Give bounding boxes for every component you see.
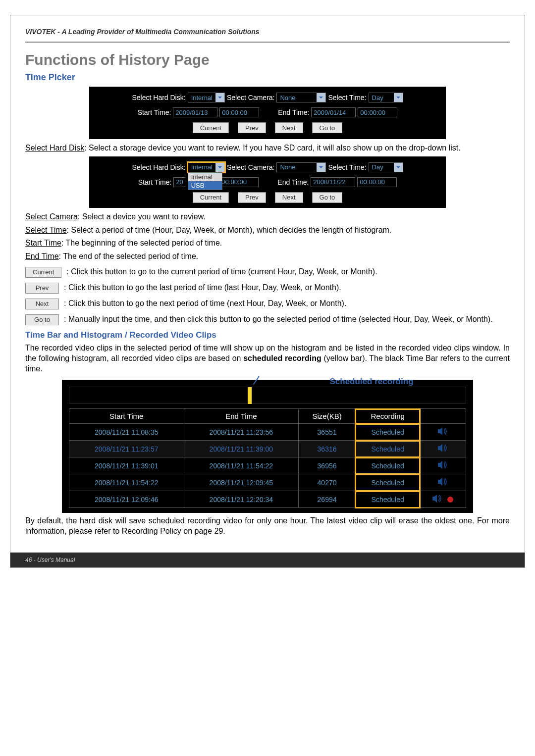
start-date-input[interactable] bbox=[173, 107, 217, 117]
prev-button-ref: Prev bbox=[25, 283, 59, 294]
hd-dropdown[interactable]: Internal bbox=[188, 93, 225, 102]
start-description: Start Time: The beginning of the selecte… bbox=[25, 238, 510, 249]
recorded-clips-table: Start Time End Time Size(KB) Recording 2… bbox=[69, 408, 466, 508]
cell-start: 2008/11/21 11:08:35 bbox=[69, 424, 184, 441]
hd-label: Select Hard Disk: bbox=[132, 94, 185, 101]
next-button-ref: Next bbox=[25, 299, 59, 309]
cell-recording: Scheduled bbox=[355, 424, 420, 441]
record-icon[interactable] bbox=[446, 496, 454, 504]
cell-actions bbox=[420, 491, 466, 508]
cell-size: 36316 bbox=[299, 441, 356, 457]
cam-dropdown[interactable]: None bbox=[276, 162, 326, 172]
page-title: Functions of History Page bbox=[25, 51, 510, 68]
cell-size: 40270 bbox=[299, 474, 356, 491]
start-time-input[interactable] bbox=[219, 177, 259, 187]
end-date-input[interactable] bbox=[311, 177, 355, 187]
hd-dropdown-list[interactable]: Internal USB bbox=[188, 172, 222, 190]
next-description: : Click this button to go the next perio… bbox=[64, 299, 346, 309]
cell-start: 2008/11/21 12:09:46 bbox=[69, 491, 184, 508]
current-button-ref: Current bbox=[25, 267, 61, 278]
end-time-label: End Time: bbox=[277, 178, 309, 186]
cell-recording: Scheduled bbox=[355, 457, 420, 474]
goto-button-ref: Go to bbox=[25, 314, 59, 325]
time-description: Select Time: Select a period of time (Ho… bbox=[25, 225, 510, 236]
table-row[interactable]: 2008/11/21 12:09:462008/11/21 12:20:3426… bbox=[69, 491, 466, 508]
end-description: End Time: The end of the selected period… bbox=[25, 252, 510, 262]
page-header: VIVOTEK - A Leading Provider of Multimed… bbox=[10, 15, 525, 39]
cell-actions bbox=[420, 457, 466, 474]
current-description: : Click this button to go to the current… bbox=[66, 267, 377, 277]
cell-size: 36551 bbox=[299, 424, 356, 441]
cell-recording: Scheduled bbox=[355, 491, 420, 508]
current-button[interactable]: Current bbox=[193, 192, 229, 203]
hd-label: Select Hard Disk: bbox=[132, 163, 185, 171]
cam-description: Select Camera: Select a device you want … bbox=[25, 212, 510, 222]
col-end-time: End Time bbox=[184, 409, 299, 424]
cell-actions bbox=[420, 441, 466, 457]
histogram-container: Start Time End Time Size(KB) Recording 2… bbox=[62, 380, 473, 513]
cell-actions bbox=[420, 424, 466, 441]
chevron-down-icon bbox=[394, 163, 403, 172]
time-dropdown[interactable]: Day bbox=[369, 162, 403, 172]
col-recording: Recording bbox=[355, 409, 420, 424]
histogram-intro: The recorded video clips in the selected… bbox=[25, 343, 510, 374]
cell-end: 2008/11/21 12:09:45 bbox=[184, 474, 299, 491]
cell-end: 2008/11/21 12:20:34 bbox=[184, 491, 299, 508]
hd-option-usb[interactable]: USB bbox=[188, 181, 222, 190]
end-date-input[interactable] bbox=[311, 107, 356, 117]
section-histogram: Time Bar and Histogram / Recorded Video … bbox=[25, 330, 510, 340]
time-dropdown[interactable]: Day bbox=[369, 93, 403, 102]
end-time-label: End Time: bbox=[278, 108, 309, 116]
hd-option-internal[interactable]: Internal bbox=[188, 173, 222, 181]
speaker-icon[interactable] bbox=[437, 444, 449, 454]
prev-description: : Click this button to go the last perio… bbox=[64, 283, 341, 293]
cell-size: 26994 bbox=[299, 491, 356, 508]
time-label: Select Time: bbox=[328, 163, 366, 171]
cell-end: 2008/11/21 11:54:22 bbox=[184, 457, 299, 474]
chevron-down-icon bbox=[317, 163, 325, 172]
cell-start: 2008/11/21 11:54:22 bbox=[69, 474, 184, 491]
end-time-input[interactable] bbox=[358, 107, 397, 117]
hd-dropdown-open[interactable]: Internal Internal USB bbox=[188, 162, 225, 172]
current-button[interactable]: Current bbox=[193, 122, 229, 133]
table-row[interactable]: 2008/11/21 11:54:222008/11/21 12:09:4540… bbox=[69, 474, 466, 491]
cell-recording: Scheduled bbox=[355, 474, 420, 491]
table-row[interactable]: 2008/11/21 11:23:572008/11/21 11:39:0036… bbox=[69, 441, 466, 457]
cam-label: Select Camera: bbox=[227, 94, 274, 101]
goto-button[interactable]: Go to bbox=[312, 192, 343, 203]
chevron-down-icon bbox=[215, 163, 224, 172]
goto-button[interactable]: Go to bbox=[312, 122, 343, 133]
speaker-icon[interactable] bbox=[437, 460, 449, 471]
speaker-icon[interactable] bbox=[437, 477, 449, 488]
cam-dropdown[interactable]: None bbox=[276, 93, 326, 102]
next-button[interactable]: Next bbox=[275, 122, 303, 133]
end-time-input[interactable] bbox=[357, 177, 397, 187]
cell-recording: Scheduled bbox=[355, 441, 420, 457]
col-size: Size(KB) bbox=[299, 409, 356, 424]
prev-button[interactable]: Prev bbox=[238, 122, 266, 133]
chevron-down-icon bbox=[215, 93, 224, 102]
speaker-icon[interactable] bbox=[437, 427, 449, 437]
prev-button[interactable]: Prev bbox=[238, 192, 266, 203]
page-footer: 46 - User's Manual bbox=[10, 553, 525, 567]
cell-actions bbox=[420, 474, 466, 491]
next-button[interactable]: Next bbox=[275, 192, 303, 203]
chevron-down-icon bbox=[394, 93, 403, 102]
histogram-marker bbox=[248, 387, 252, 404]
col-actions bbox=[420, 409, 466, 424]
cell-start: 2008/11/21 11:39:01 bbox=[69, 457, 184, 474]
time-picker-panel: Select Hard Disk: Internal Select Camera… bbox=[89, 87, 446, 139]
speaker-icon[interactable] bbox=[431, 494, 443, 504]
start-time-label: Start Time: bbox=[138, 178, 172, 186]
time-label: Select Time: bbox=[328, 94, 366, 101]
table-row[interactable]: 2008/11/21 11:39:012008/11/21 11:54:2236… bbox=[69, 457, 466, 474]
start-time-input[interactable] bbox=[219, 107, 259, 117]
histogram-outro: By default, the hard disk will save sche… bbox=[25, 516, 510, 537]
cell-start: 2008/11/21 11:23:57 bbox=[69, 441, 184, 457]
goto-description: : Manually input the time, and then clic… bbox=[64, 314, 493, 325]
hd-description: Select Hard Disk: Select a storage devic… bbox=[25, 143, 510, 153]
cam-label: Select Camera: bbox=[227, 163, 274, 171]
table-row[interactable]: 2008/11/21 11:08:352008/11/21 11:23:5636… bbox=[69, 424, 466, 441]
section-time-picker: Time Picker bbox=[25, 72, 510, 83]
start-date-input[interactable] bbox=[173, 177, 185, 187]
